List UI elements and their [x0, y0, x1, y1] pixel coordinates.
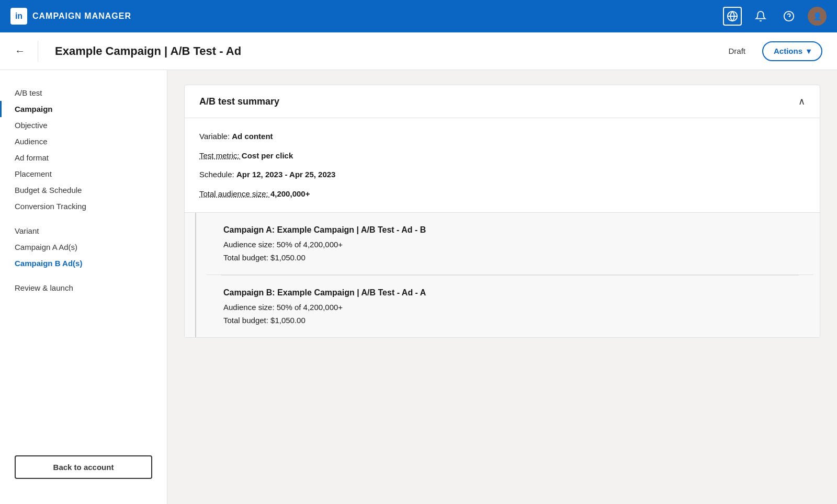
sidebar-item-ab-test[interactable]: A/B test — [0, 85, 167, 101]
metric-value: Cost per click — [242, 151, 293, 160]
status-badge: Draft — [728, 47, 745, 55]
actions-button[interactable]: Actions ▾ — [762, 41, 822, 61]
sidebar-navigation: A/B test Campaign Objective Audience Ad … — [0, 85, 167, 445]
sidebar-item-audience[interactable]: Audience — [0, 133, 167, 150]
back-to-account-label: Back to account — [53, 463, 114, 472]
help-icon[interactable] — [779, 7, 798, 26]
audience-row: Total audience size: 4,200,000+ — [199, 188, 805, 200]
page-title: Example Campaign | A/B Test - Ad — [55, 44, 720, 58]
campaign-a-budget-value: $1,050.00 — [270, 253, 306, 262]
campaign-a-audience-row: Audience size: 50% of 4,200,000+ — [223, 240, 797, 249]
metric-row: Test metric: Cost per click — [199, 150, 805, 162]
sidebar-footer: Back to account — [0, 445, 167, 489]
actions-label: Actions — [774, 47, 802, 55]
conversion-tracking-label: Conversion Tracking — [15, 202, 86, 211]
campaign-a-audience-label: Audience size: — [223, 240, 277, 249]
campaign-a-name: Campaign A: Example Campaign | A/B Test … — [223, 225, 797, 235]
linkedin-logo[interactable]: in — [10, 8, 27, 25]
placement-label: Placement — [15, 169, 52, 178]
nav-left: in CAMPAIGN MANAGER — [10, 8, 131, 25]
summary-card-title: A/B test summary — [199, 96, 279, 107]
variable-label: Variable: — [199, 132, 232, 141]
campaign-a-card: Campaign A: Example Campaign | A/B Test … — [207, 213, 813, 275]
back-to-account-button[interactable]: Back to account — [15, 455, 152, 479]
sidebar-item-objective[interactable]: Objective — [0, 117, 167, 133]
campaign-b-audience-value: 50% of 4,200,000+ — [277, 303, 343, 312]
user-avatar[interactable]: 👤 — [808, 7, 827, 26]
schedule-row: Schedule: Apr 12, 2023 - Apr 25, 2023 — [199, 169, 805, 181]
header-divider — [38, 41, 38, 62]
campaign-b-budget-value: $1,050.00 — [270, 316, 306, 325]
sidebar-item-placement[interactable]: Placement — [0, 166, 167, 182]
budget-schedule-label: Budget & Schedule — [15, 186, 82, 194]
campaign-a-audience-value: 50% of 4,200,000+ — [277, 240, 343, 249]
variants-section: Campaign A: Example Campaign | A/B Test … — [185, 213, 820, 337]
campaign-b-card: Campaign B: Example Campaign | A/B Test … — [207, 276, 813, 337]
sidebar-item-ad-format[interactable]: Ad format — [0, 150, 167, 166]
sidebar-item-campaign-a-ads[interactable]: Campaign A Ad(s) — [0, 239, 167, 255]
app-brand: CAMPAIGN MANAGER — [32, 12, 131, 21]
sidebar-item-campaign-b-ads[interactable]: Campaign B Ad(s) — [0, 255, 167, 271]
summary-card-header: A/B test summary ∧ — [185, 85, 820, 118]
campaign-b-audience-row: Audience size: 50% of 4,200,000+ — [223, 303, 797, 312]
variant-section-label: Variant — [15, 226, 39, 235]
schedule-value: Apr 12, 2023 - Apr 25, 2023 — [236, 170, 336, 179]
bell-icon[interactable] — [751, 7, 770, 26]
chevron-down-icon: ▾ — [807, 47, 811, 56]
schedule-label: Schedule: — [199, 170, 236, 179]
globe-icon[interactable] — [723, 7, 742, 26]
sidebar-item-budget-schedule[interactable]: Budget & Schedule — [0, 182, 167, 198]
campaign-b-name: Campaign B: Example Campaign | A/B Test … — [223, 288, 797, 297]
variable-value: Ad content — [232, 132, 273, 141]
campaign-b-budget-label: Total budget: — [223, 316, 270, 325]
ab-test-summary-card: A/B test summary ∧ Variable: Ad content … — [184, 85, 820, 338]
bracket-line — [195, 213, 196, 337]
main-content: A/B test summary ∧ Variable: Ad content … — [167, 70, 837, 504]
sidebar-item-variant: Variant — [0, 223, 167, 239]
nav-right: 👤 — [723, 7, 827, 26]
campaign-b-ads-label: Campaign B Ad(s) — [15, 259, 82, 268]
campaign-a-budget-row: Total budget: $1,050.00 — [223, 253, 797, 262]
main-layout: A/B test Campaign Objective Audience Ad … — [0, 70, 837, 504]
campaign-label: Campaign — [15, 105, 53, 113]
sidebar-item-review-launch[interactable]: Review & launch — [0, 280, 167, 296]
back-arrow-icon[interactable]: ← — [15, 45, 25, 57]
ab-test-label: A/B test — [15, 88, 42, 97]
sidebar-item-campaign[interactable]: Campaign — [0, 101, 167, 117]
audience-size-value: 4,200,000+ — [270, 189, 310, 198]
review-launch-label: Review & launch — [15, 283, 73, 292]
sidebar: A/B test Campaign Objective Audience Ad … — [0, 70, 167, 504]
sidebar-item-conversion-tracking[interactable]: Conversion Tracking — [0, 198, 167, 214]
page-header: ← Example Campaign | A/B Test - Ad Draft… — [0, 32, 837, 70]
objective-label: Objective — [15, 121, 48, 130]
ad-format-label: Ad format — [15, 153, 49, 162]
top-navigation: in CAMPAIGN MANAGER 👤 — [0, 0, 837, 32]
summary-details: Variable: Ad content Test metric: Cost p… — [185, 118, 820, 213]
campaign-b-audience-label: Audience size: — [223, 303, 277, 312]
campaign-a-budget-label: Total budget: — [223, 253, 270, 262]
audience-label: Audience — [15, 137, 48, 146]
campaign-a-ads-label: Campaign A Ad(s) — [15, 243, 77, 251]
audience-size-label: Total audience size: — [199, 189, 270, 198]
campaign-b-budget-row: Total budget: $1,050.00 — [223, 316, 797, 325]
metric-label: Test metric: — [199, 151, 242, 160]
variable-row: Variable: Ad content — [199, 131, 805, 143]
variants-inner: Campaign A: Example Campaign | A/B Test … — [207, 213, 813, 337]
collapse-icon[interactable]: ∧ — [798, 96, 805, 107]
